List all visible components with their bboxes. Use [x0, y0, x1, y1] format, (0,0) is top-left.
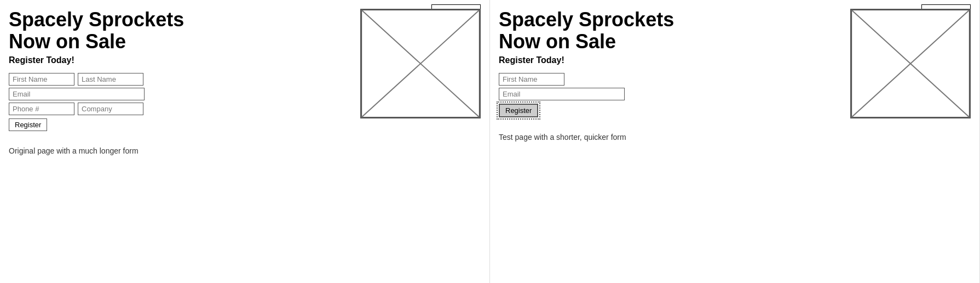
hero-subtitle-left: Register Today! — [9, 55, 349, 65]
form-left: Register — [9, 73, 349, 131]
right-panel: Contact Us! Spacely Sprockets Now on Sal… — [490, 0, 980, 283]
last-name-input[interactable] — [78, 73, 143, 86]
hero-text-right: Spacely Sprockets Now on Sale Register T… — [499, 9, 839, 120]
first-name-input[interactable] — [9, 73, 74, 86]
placeholder-image-right — [850, 9, 971, 118]
hero-section-right: Spacely Sprockets Now on Sale Register T… — [499, 9, 971, 120]
company-input[interactable] — [78, 103, 143, 115]
form-row-phone — [9, 103, 349, 115]
form-row-email-right — [499, 88, 839, 100]
form-row-register-right: Register — [499, 103, 839, 117]
form-row-register: Register — [9, 117, 349, 131]
email-input[interactable] — [9, 88, 145, 100]
email-input-right[interactable] — [499, 88, 625, 100]
register-button-right[interactable]: Register — [499, 104, 538, 117]
hero-title-left: Spacely Sprockets Now on Sale — [9, 9, 349, 52]
hero-text-left: Spacely Sprockets Now on Sale Register T… — [9, 9, 349, 133]
first-name-input-right[interactable] — [499, 73, 564, 86]
register-button-left[interactable]: Register — [9, 118, 47, 131]
hero-subtitle-right: Register Today! — [499, 55, 839, 65]
placeholder-image-left — [360, 9, 481, 118]
right-panel-caption: Test page with a shorter, quicker form — [499, 133, 971, 142]
hero-section-left: Spacely Sprockets Now on Sale Register T… — [9, 9, 481, 133]
form-row-firstname — [499, 73, 839, 86]
left-panel-caption: Original page with a much longer form — [9, 146, 481, 155]
form-row-email — [9, 88, 349, 100]
form-right: Register — [499, 73, 839, 117]
form-row-name — [9, 73, 349, 86]
hero-title-right: Spacely Sprockets Now on Sale — [499, 9, 839, 52]
left-panel: Contact Us! Spacely Sprockets Now on Sal… — [0, 0, 490, 283]
phone-input[interactable] — [9, 103, 74, 115]
